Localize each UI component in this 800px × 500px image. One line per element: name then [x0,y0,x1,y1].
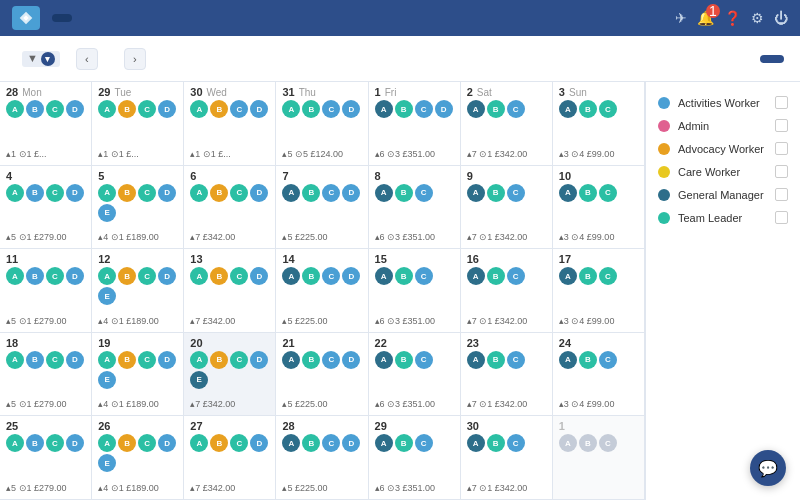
legend-checkbox[interactable] [775,142,788,155]
day-cell-25[interactable]: 25ABCD▴5 ⊙1 £279.00 [0,416,92,500]
avatar: B [395,100,413,118]
avatar: A [375,267,393,285]
avatar: A [467,100,485,118]
avatar: D [342,434,360,452]
day-cell-30[interactable]: 30ABC▴7 ⊙1 £342.00 [461,416,553,500]
nav-availability[interactable] [172,14,192,22]
send-icon[interactable]: ✈ [675,10,687,26]
chat-bubble[interactable]: 💬 [750,450,786,486]
day-cell-7[interactable]: 7ABCD▴5 £225.00 [276,166,368,250]
nav-arrows: ‹ › [76,48,146,70]
legend-checkbox[interactable] [775,165,788,178]
day-cell-11[interactable]: 11ABCD▴5 ⊙1 £279.00 [0,249,92,333]
avatar: B [26,434,44,452]
location-selector[interactable]: ▼ ▾ [16,51,60,67]
avatar: D [250,267,268,285]
day-cell-9[interactable]: 9ABC▴7 ⊙1 £342.00 [461,166,553,250]
month-view-button[interactable] [760,55,784,63]
day-stats: ▴5 ⊙1 £279.00 [6,228,85,242]
nav-rotas[interactable] [76,14,96,22]
prev-month-button[interactable]: ‹ [76,48,98,70]
day-cell-8[interactable]: 8ABC▴6 ⊙3 £351.00 [369,166,461,250]
day-cell-12[interactable]: 12ABCDE▴4 ⊙1 £189.00 [92,249,184,333]
avatar: B [395,267,413,285]
day-stats: ▴7 £342.00 [190,479,269,493]
avatar: C [138,184,156,202]
day-cell-21[interactable]: 21ABCD▴5 £225.00 [276,333,368,417]
day-cell-31-thu[interactable]: 31ThuABCD▴5 ⊙5 £124.00 [276,82,368,166]
day-cell-1[interactable]: 1ABC [553,416,645,500]
avatars-row: ABCD [282,100,361,118]
day-cell-16[interactable]: 16ABC▴7 ⊙1 £342.00 [461,249,553,333]
day-cell-30-wed[interactable]: 30WedABCD▴1 ⊙1 £... [184,82,276,166]
day-cell-28-mon[interactable]: 28MonABCD▴1 ⊙1 £... [0,82,92,166]
day-header: 31Thu [282,86,361,98]
avatars-row: ABCD [190,267,269,285]
day-cell-13[interactable]: 13ABCD▴7 £342.00 [184,249,276,333]
day-cell-29-tue[interactable]: 29TueABCD▴1 ⊙1 £... [92,82,184,166]
legend-item-0[interactable]: Activities Worker [656,92,790,113]
legend-item-3[interactable]: Care Worker [656,161,790,182]
calendar-container: 28MonABCD▴1 ⊙1 £...29TueABCD▴1 ⊙1 £...30… [0,82,800,500]
nav-leave[interactable] [124,14,144,22]
legend-checkbox[interactable] [775,96,788,109]
day-cell-14[interactable]: 14ABCD▴5 £225.00 [276,249,368,333]
day-cell-4[interactable]: 4ABCD▴5 ⊙1 £279.00 [0,166,92,250]
day-cell-19[interactable]: 19ABCDE▴4 ⊙1 £189.00 [92,333,184,417]
day-stats: ▴7 £342.00 [190,312,269,326]
legend-item-4[interactable]: General Manager [656,184,790,205]
day-stats: ▴3 ⊙4 £99.00 [559,395,638,409]
day-cell-17[interactable]: 17ABC▴3 ⊙4 £99.00 [553,249,645,333]
day-stats: ▴5 ⊙1 £279.00 [6,479,85,493]
nav-attendance[interactable] [148,14,168,22]
day-cell-15[interactable]: 15ABC▴6 ⊙3 £351.00 [369,249,461,333]
day-cell-28[interactable]: 28ABCD▴5 £225.00 [276,416,368,500]
legend-checkbox[interactable] [775,188,788,201]
day-cell-18[interactable]: 18ABCD▴5 ⊙1 £279.00 [0,333,92,417]
legend-dot [658,120,670,132]
day-header: 28Mon [6,86,85,98]
avatar: A [282,434,300,452]
day-header: 19 [98,337,177,349]
next-month-button[interactable]: › [124,48,146,70]
day-cell-1-fri[interactable]: 1FriABCD▴6 ⊙3 £351.00 [369,82,461,166]
legend-checkbox[interactable] [775,119,788,132]
day-cell-20[interactable]: 20ABCDE▴7 £342.00 [184,333,276,417]
legend-item-1[interactable]: Admin [656,115,790,136]
help-icon[interactable]: ❓ [724,10,741,26]
day-cell-29[interactable]: 29ABC▴6 ⊙3 £351.00 [369,416,461,500]
day-cell-23[interactable]: 23ABC▴7 ⊙1 £342.00 [461,333,553,417]
power-icon[interactable]: ⏻ [774,10,788,26]
avatar: C [230,351,248,369]
avatar: C [415,184,433,202]
legend-item-2[interactable]: Advocacy Worker [656,138,790,159]
avatar: A [559,184,577,202]
notification-icon[interactable]: 🔔 1 [697,10,714,26]
day-cell-10[interactable]: 10ABC▴3 ⊙4 £99.00 [553,166,645,250]
avatar: A [559,100,577,118]
day-view-button[interactable] [732,55,756,63]
day-cell-27[interactable]: 27ABCD▴7 £342.00 [184,416,276,500]
avatars-row: ABCD [190,434,269,452]
day-cell-5[interactable]: 5ABCDE▴4 ⊙1 £189.00 [92,166,184,250]
avatar: A [467,434,485,452]
day-cell-26[interactable]: 26ABCDE▴4 ⊙1 £189.00 [92,416,184,500]
settings-icon[interactable]: ⚙ [751,10,764,26]
legend-item-5[interactable]: Team Leader [656,207,790,228]
nav-dashboard[interactable] [52,14,72,22]
nav-reports[interactable] [196,14,216,22]
day-cell-3-sun[interactable]: 3SunABC▴3 ⊙4 £99.00 [553,82,645,166]
day-cell-2-sat[interactable]: 2SatABC▴7 ⊙1 £342.00 [461,82,553,166]
day-cell-22[interactable]: 22ABC▴6 ⊙3 £351.00 [369,333,461,417]
avatar: C [322,100,340,118]
avatars-row: ABCD [6,434,85,452]
avatar: C [507,434,525,452]
day-cell-6[interactable]: 6ABCD▴7 £342.00 [184,166,276,250]
avatar: A [98,267,116,285]
avatars-row: ABCD [6,351,85,369]
avatars-row: ABC [375,351,454,369]
day-stats: ▴7 ⊙1 £342.00 [467,395,546,409]
day-cell-24[interactable]: 24ABC▴3 ⊙4 £99.00 [553,333,645,417]
legend-checkbox[interactable] [775,211,788,224]
nav-company[interactable] [100,14,120,22]
